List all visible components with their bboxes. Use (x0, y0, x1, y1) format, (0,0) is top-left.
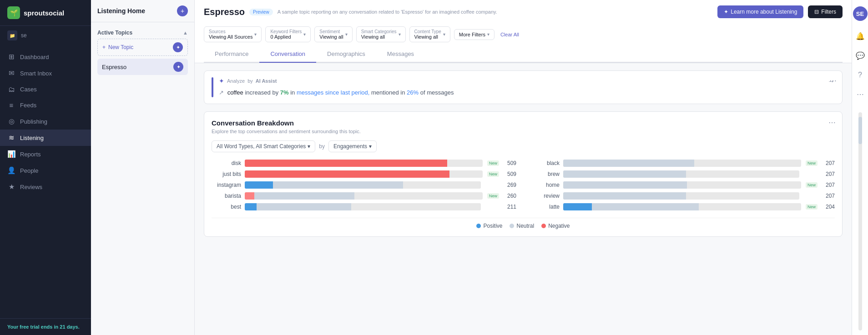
listening-home-label[interactable]: Listening Home (97, 7, 145, 15)
tab-conversation[interactable]: Conversation (259, 46, 316, 63)
left-navigation: 🌱 sproutsocial 📁 se ⊞ Dashboard ✉ Smart … (0, 0, 91, 335)
bar-count: 207 (821, 171, 835, 177)
tab-messages[interactable]: Messages (376, 46, 425, 63)
nav-item-listening[interactable]: ≋ Listening (0, 130, 91, 146)
more-chevron-icon: ▾ (487, 32, 490, 37)
new-badge: New (487, 171, 499, 177)
nav-item-smart-inbox[interactable]: ✉ Smart Inbox (0, 65, 91, 81)
breakdown-subtitle: Explore the top conversations and sentim… (212, 129, 835, 134)
bar-track-justbits (245, 170, 483, 178)
bar-chart-grid: disk New 509 black New 207 just bits New… (212, 160, 835, 210)
ai-pct2: 26% (407, 89, 419, 96)
user-avatar[interactable]: SE (853, 6, 868, 21)
new-badge: New (806, 160, 818, 166)
ai-insight-text: ↗ coffee increased by 7% in messages sin… (219, 88, 822, 97)
tab-performance[interactable]: Performance (204, 46, 259, 63)
scrollbar-thumb[interactable] (858, 117, 862, 144)
sprout-logo-icon: 🌱 (7, 6, 20, 19)
more-filters[interactable]: More Filters ▾ (454, 29, 495, 40)
bar-track-latte (563, 203, 801, 210)
word-types-select[interactable]: All Word Types, All Smart Categories ▾ (212, 140, 315, 152)
bar-count: 260 (503, 193, 516, 199)
espresso-topic-item[interactable]: Espresso ✦ (97, 59, 188, 75)
logo: 🌱 sproutsocial (0, 0, 91, 26)
content-chevron-icon: ▾ (443, 32, 445, 37)
header-actions: ✦ Learn more about Listening ⊟ Filters (717, 5, 843, 18)
bar-track-disk (245, 160, 483, 167)
bar-track-brew (563, 170, 799, 178)
filters-button[interactable]: ⊟ Filters (808, 5, 843, 18)
table-row: just bits New 509 (212, 170, 516, 178)
chat-icon[interactable]: 💬 (854, 50, 867, 62)
keyword-filter[interactable]: Keyword Filters 0 Applied ▾ (265, 26, 311, 42)
section-collapse-toggle[interactable]: ▲ (183, 30, 188, 35)
sort-by-select[interactable]: Engagements ▾ (328, 140, 377, 152)
org-selector[interactable]: 📁 se (0, 26, 91, 45)
nav-item-reviews[interactable]: ★ Reviews (0, 179, 91, 195)
bar-label-brew: brew (530, 171, 560, 177)
bar-track-barista (245, 192, 483, 200)
new-topic-label: New Topic (108, 44, 133, 50)
people-icon: 👤 (7, 166, 15, 175)
trial-days: 21 days. (60, 324, 79, 330)
org-label: se (21, 32, 27, 39)
increased-text: increased by (245, 89, 278, 96)
ai-analysis-card: ✦ Analyze by AI Assist ↗ coffee increase… (204, 70, 843, 104)
sentiment-filter[interactable]: Sentiment Viewing all ▾ (314, 26, 352, 42)
nav-item-publishing[interactable]: ◎ Publishing (0, 113, 91, 130)
bar-label-disk: disk (212, 160, 241, 166)
notification-bell-icon[interactable]: 🔔 (854, 30, 867, 42)
keyword-label: Keyword Filters (270, 29, 302, 34)
scrollbar-track[interactable] (858, 112, 862, 330)
content-type-filter[interactable]: Content Type Viewing all ▾ (409, 26, 450, 42)
breakdown-more-icon[interactable]: ⋯ (828, 118, 836, 127)
bar-track-black (563, 160, 801, 167)
clear-all-link[interactable]: Clear All (498, 30, 521, 40)
ai-card-more-icon[interactable]: ⋯ (829, 76, 837, 85)
new-badge: New (487, 193, 499, 199)
keyword-chevron-icon: ▾ (303, 32, 306, 37)
nav-item-cases[interactable]: 🗂 Cases (0, 81, 91, 97)
add-listening-button[interactable]: + (177, 5, 188, 16)
sources-value: Viewing All Sources (209, 34, 252, 40)
nav-item-people[interactable]: 👤 People (0, 162, 91, 179)
bar-label-latte: latte (530, 204, 560, 210)
legend-positive: Positive (476, 223, 502, 229)
reports-icon: 📊 (7, 150, 15, 158)
nav-item-dashboard[interactable]: ⊞ Dashboard (0, 49, 91, 65)
ai-header: ✦ Analyze by AI Assist (219, 77, 822, 85)
content-scroll-area: ✦ Analyze by AI Assist ↗ coffee increase… (195, 63, 852, 335)
nav-item-feeds[interactable]: ≡ Feeds (0, 97, 91, 113)
smart-categories-filter[interactable]: Smart Categories Viewing all ▾ (356, 26, 406, 42)
sidebar-header: Listening Home + (91, 0, 194, 22)
ai-pct: 7% (280, 89, 289, 96)
dashboard-icon: ⊞ (7, 53, 15, 61)
help-icon[interactable]: ? (856, 69, 864, 81)
bar-label-home: home (530, 182, 560, 188)
positive-label: Positive (483, 223, 502, 229)
filter-icon: ⊟ (814, 9, 819, 15)
nav-item-reports[interactable]: 📊 Reports (0, 146, 91, 162)
logo-text: sproutsocial (24, 9, 64, 17)
title-section: Espresso Preview A sample topic reportin… (204, 7, 497, 17)
mentioned-text: mentioned in (371, 89, 405, 96)
new-topic-button[interactable]: + New Topic ✦ (97, 39, 188, 56)
nav-item-label: Feeds (20, 102, 36, 109)
table-row: best 211 (212, 203, 516, 210)
bar-count: 204 (821, 204, 835, 210)
negative-dot (541, 224, 546, 228)
learn-more-button[interactable]: ✦ Learn more about Listening (717, 5, 803, 18)
neutral-dot (510, 224, 514, 228)
ai-keyword: coffee (227, 89, 243, 96)
sources-chevron-icon: ▾ (254, 32, 257, 37)
sources-filter[interactable]: Sources Viewing All Sources ▾ (204, 26, 262, 42)
nav-item-label: People (20, 167, 38, 174)
filter-bar: Sources Viewing All Sources ▾ Keyword Fi… (204, 23, 843, 42)
bar-count: 211 (503, 204, 516, 210)
org-icon: 📁 (7, 30, 17, 40)
card-accent-bar (212, 77, 213, 97)
more-options-icon[interactable]: ⋯ (855, 88, 866, 100)
tab-demographics[interactable]: Demographics (316, 46, 376, 63)
content-value: Viewing all (414, 34, 438, 40)
bar-track-home (563, 181, 801, 189)
